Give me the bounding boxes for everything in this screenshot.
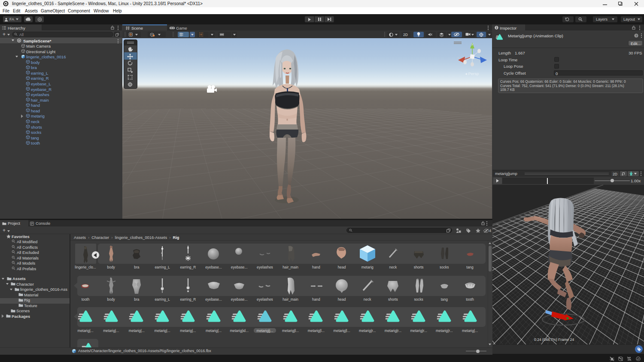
svg-text:y: y xyxy=(471,42,473,46)
svg-text:z: z xyxy=(486,63,487,66)
svg-text:?: ? xyxy=(635,34,637,37)
svg-text:x: x xyxy=(457,56,459,59)
